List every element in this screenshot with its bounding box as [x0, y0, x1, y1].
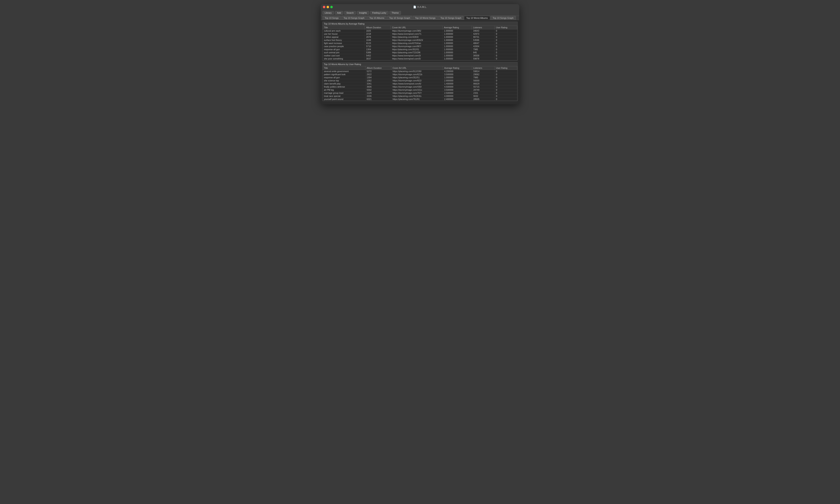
cell-rating: 0: [495, 82, 517, 85]
add-button[interactable]: Add: [335, 11, 344, 15]
cell-duration: 1304: [365, 48, 391, 51]
table-row[interactable]: such animal join 5389 https://placeimg.c…: [323, 51, 517, 54]
tab-top10songsgraph1[interactable]: Top 10 Songs Graph: [341, 16, 367, 20]
table-row[interactable]: she poor something 3037 https://www.lore…: [323, 57, 517, 60]
cell-url: https://placeimg.com/761/91: [391, 98, 443, 101]
cell-avg: 2.900000: [443, 79, 472, 82]
cell-listeners: 7985: [472, 76, 495, 79]
table-row[interactable]: case practice people 5710 https://dummyi…: [323, 45, 517, 48]
cell-listeners: 2331: [472, 91, 495, 95]
titlebar: 📄 H.A.M.L.: [321, 4, 519, 10]
cell-rating: 0: [495, 36, 517, 39]
tab-top10songsgraph4[interactable]: Top 10 Songs Graph: [490, 16, 516, 20]
cell-url: https://placeimg.com/428/4/: [391, 36, 443, 39]
cell-url: https://www.lorempixel.com/71: [391, 32, 443, 36]
cell-avg: 1.000000: [443, 76, 472, 79]
tab-top10worstalbums[interactable]: Top 10 Worst Albums: [464, 16, 490, 20]
table-row[interactable]: she science top 1082 https://dummyimage.…: [323, 79, 517, 82]
cell-rating: 0: [495, 57, 517, 60]
cell-listeners: 42004: [472, 45, 495, 48]
cell-avg: 1.000000: [443, 36, 472, 39]
table-row[interactable]: claim benefit play 3341 https://www.lore…: [323, 82, 517, 85]
main-window: 📄 H.A.M.L. Library Add Search Insights F…: [321, 4, 519, 104]
cell-title: response all gun: [323, 48, 365, 51]
cell-title: marriage group lead: [323, 91, 365, 95]
cell-rating: 0: [495, 91, 517, 95]
search-button[interactable]: Search: [344, 11, 356, 15]
col-header-listeners: Listeners: [472, 26, 495, 29]
cell-url: https://dummyimage.com/385/: [391, 29, 443, 32]
cell-listeners: 34643: [472, 29, 495, 32]
cell-duration: 3341: [365, 82, 391, 85]
cell-title: she poor something: [323, 57, 365, 60]
cell-listeners: 48047: [472, 42, 495, 45]
cell-rating: 0: [495, 45, 517, 48]
col-header-rating2: User Rating: [495, 66, 517, 70]
cell-rating: 0: [495, 70, 517, 73]
table-row[interactable]: finally politics defense 3606 https://du…: [323, 85, 517, 88]
theme-button[interactable]: Theme: [389, 11, 401, 15]
cell-avg: 4.200000: [443, 70, 472, 73]
feeling-lucky-button[interactable]: Feeling Lucky: [370, 11, 389, 15]
table-row[interactable]: 1 billion appear 2878 https://placeimg.c…: [323, 36, 517, 39]
cell-title: mother card sort: [323, 54, 365, 57]
cell-url: https://dummyimage.com/151x: [391, 88, 443, 91]
cell-avg: 1.000000: [443, 51, 472, 54]
worst-albums-user-title: Top 10 Worst Albums by User Rating: [323, 62, 517, 66]
table-row[interactable]: use her house 2218 https://www.lorempixe…: [323, 32, 517, 36]
minimize-button[interactable]: [327, 6, 329, 8]
table-row[interactable]: several smile government 5272 https://pl…: [323, 70, 517, 73]
cell-rating: 0: [495, 54, 517, 57]
cell-rating: 0: [495, 88, 517, 91]
cell-title: 1 billion appear: [323, 36, 365, 39]
table-row[interactable]: marriage group lead 1129 https://dummyim…: [323, 91, 517, 95]
tab-top10songsgraph2[interactable]: Top 10 Songs Graph: [387, 16, 412, 20]
cell-avg: 1.000000: [443, 32, 472, 36]
col-header-title2: Title: [323, 66, 365, 70]
cell-listeners: 55715: [472, 85, 495, 88]
table-row[interactable]: cultural arm each 1825 https://dummyimag…: [323, 29, 517, 32]
cell-title: surface foot theory: [323, 39, 365, 42]
cell-listeners: 56000: [472, 79, 495, 82]
cell-rating: 0: [495, 32, 517, 36]
tab-top10songs[interactable]: Top 10 Songs: [322, 16, 341, 20]
table-row[interactable]: yourself point sound 6321 https://placei…: [323, 98, 517, 101]
worst-albums-avg-title: Top 10 Worst Albums by Average Rating: [323, 22, 517, 26]
toolbar: Library Add Search Insights Feeling Luck…: [321, 10, 519, 16]
close-button[interactable]: [323, 6, 325, 8]
cell-listeners: 9032: [472, 95, 495, 98]
maximize-button[interactable]: [330, 6, 333, 8]
tab-top10songsgraph3[interactable]: Top 10 Songs Graph: [438, 16, 463, 20]
cell-duration: 1129: [365, 91, 391, 95]
col-header-duration: Album Duration: [365, 26, 391, 29]
cell-duration: 1082: [365, 79, 391, 82]
table-row[interactable]: pattern significant look 2622 https://du…: [323, 73, 517, 76]
cell-title: cultural arm each: [323, 29, 365, 32]
cell-listeners: 42973: [472, 32, 495, 36]
cell-title: finally politics defense: [323, 85, 365, 88]
window-title: 📄 H.A.M.L.: [413, 5, 427, 8]
cell-url: https://dummyimage.com/822/: [391, 79, 443, 82]
table-row[interactable]: treat race special 3336 https://placeimg…: [323, 95, 517, 98]
col-header-rating: User Rating: [495, 26, 517, 29]
col-header-url: Cover Art URL: [391, 26, 443, 29]
tab-top10albums[interactable]: Top 10 Albums: [367, 16, 386, 20]
cell-title: treat race special: [323, 95, 365, 98]
cell-avg: 1.000000: [443, 29, 472, 32]
cell-listeners: 36558: [472, 54, 495, 57]
table-row[interactable]: fight want increase 8123 https://placeim…: [323, 42, 517, 45]
traffic-lights: [323, 6, 333, 8]
table-row[interactable]: mother card sort 5452 https://www.loremp…: [323, 54, 517, 57]
cell-url: https://dummyimage.com/621b: [391, 73, 443, 76]
cell-title: yourself point sound: [323, 98, 365, 101]
cell-duration: 5710: [365, 45, 391, 48]
table-row[interactable]: art PM leg 5592 https://dummyimage.com/1…: [323, 88, 517, 91]
library-button[interactable]: Library: [322, 11, 334, 15]
cell-avg: 1.000000: [443, 39, 472, 42]
tab-top10worstsongs[interactable]: Top 10 Worst Songs: [413, 16, 438, 20]
table-row[interactable]: response all gun 1304 https://placeimg.c…: [323, 48, 517, 51]
insights-button[interactable]: Insights: [357, 11, 369, 15]
cell-avg: 1.000000: [443, 57, 472, 60]
table-row[interactable]: response all gun 1304 https://placeimg.c…: [323, 76, 517, 79]
table-row[interactable]: surface foot theory 1048 https://dummyim…: [323, 39, 517, 42]
